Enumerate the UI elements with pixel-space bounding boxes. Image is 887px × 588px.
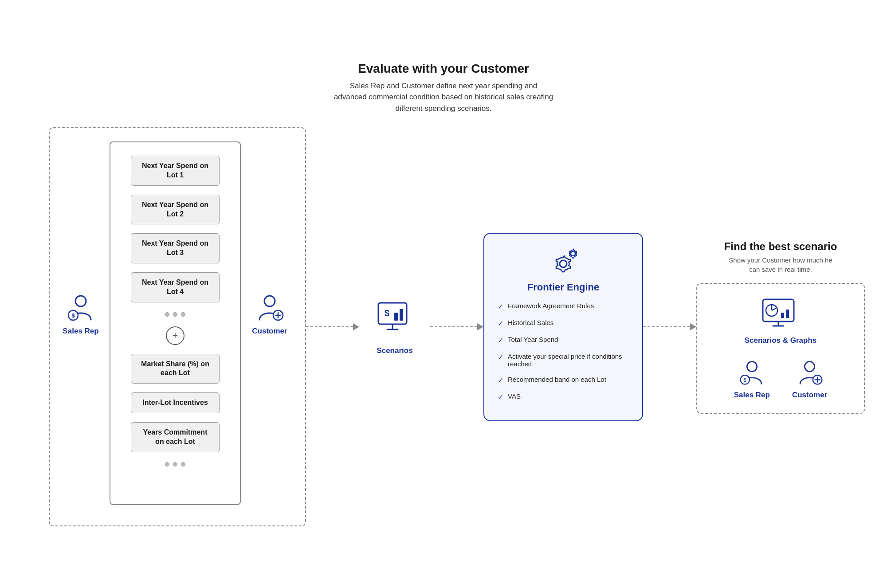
frontier-item-2-text: Historical Sales: [508, 319, 553, 326]
svg-point-3: [264, 296, 275, 306]
dashed-line-2: [430, 326, 477, 327]
arrow-head-1: [353, 323, 359, 330]
svg-rect-15: [763, 299, 794, 321]
main-layout: $ Sales Rep Next Year Spend on Lot 1 Nex…: [49, 127, 838, 526]
find-best-customer: Customer: [792, 358, 827, 400]
svg-rect-9: [394, 313, 398, 321]
lot-box-2: Next Year Spend on Lot 2: [131, 195, 220, 225]
frontier-item-6: ✓ VAS: [498, 392, 629, 401]
dots-row-top: [165, 312, 185, 317]
scenarios-graphs-label: Scenarios & Graphs: [745, 336, 817, 345]
check-icon-3: ✓: [498, 336, 503, 345]
customer-in-evaluate-icon: [254, 292, 285, 323]
frontier-item-1-text: Framework Agreement Rules: [508, 302, 594, 310]
frontier-item-2: ✓ Historical Sales: [498, 319, 629, 328]
lot-box-4: Next Year Spend on Lot 4: [131, 272, 220, 302]
svg-text:$: $: [743, 377, 746, 383]
gear-icon: [546, 247, 581, 278]
sales-rep-section: $ Sales Rep: [59, 141, 103, 336]
dashed-line-3: [643, 326, 690, 327]
dashed-arrow-3: [643, 323, 696, 330]
add-circle[interactable]: +: [166, 326, 184, 345]
dots-row-bottom: [165, 462, 185, 466]
scenarios-graphs-icon: [761, 297, 801, 333]
find-best-customer-label: Customer: [792, 391, 827, 400]
check-icon-4: ✓: [498, 353, 503, 361]
evaluate-box: $ Sales Rep Next Year Spend on Lot 1 Nex…: [49, 127, 306, 526]
years-commitment-box: Years Commitment on each Lot: [131, 422, 220, 452]
lot-box-3: Next Year Spend on Lot 3: [131, 233, 220, 263]
scenarios-label: Scenarios: [377, 346, 412, 355]
dashed-line-1: [306, 326, 353, 327]
find-best-sales-rep-icon: $: [738, 358, 766, 387]
svg-text:$: $: [71, 312, 75, 319]
check-icon-5: ✓: [498, 376, 503, 384]
find-best-customer-icon: [795, 358, 824, 387]
svg-text:$: $: [385, 308, 389, 318]
dot-2: [173, 312, 177, 317]
sales-rep-icon: $: [65, 292, 96, 323]
customer-in-evaluate-label: Customer: [252, 327, 287, 336]
frontier-list: ✓ Framework Agreement Rules ✓ Historical…: [498, 302, 629, 401]
frontier-item-3-text: Total Year Spend: [508, 336, 558, 343]
check-icon-2: ✓: [498, 319, 503, 328]
frontier-item-1: ✓ Framework Agreement Rules: [498, 302, 629, 311]
frontier-engine-box: Frontier Engine ✓ Framework Agreement Ru…: [483, 233, 643, 421]
find-best-dashed-box: Scenarios & Graphs $ Sales Rep: [696, 283, 865, 414]
svg-point-0: [75, 296, 86, 306]
arrow-3: [643, 323, 696, 330]
frontier-item-3: ✓ Total Year Spend: [498, 336, 629, 345]
svg-point-26: [805, 361, 814, 371]
dot-b3: [181, 462, 185, 466]
sales-rep-label: Sales Rep: [63, 327, 98, 336]
scenarios-graphs-section: Scenarios & Graphs: [745, 297, 817, 345]
arrow-head-2: [477, 323, 483, 330]
bottom-actors: $ Sales Rep Customer: [734, 358, 828, 400]
frontier-item-6-text: VAS: [508, 392, 521, 400]
find-best-box: Find the best scenario Show your Custome…: [696, 240, 865, 414]
market-share-box: Market Share (%) on each Lot: [131, 354, 220, 384]
customer-in-evaluate: Customer: [243, 141, 296, 336]
frontier-item-4-text: Activate your special price if condition…: [508, 353, 629, 368]
header-section: Evaluate with your Customer Sales Rep an…: [49, 62, 838, 114]
page-title: Evaluate with your Customer: [49, 62, 838, 76]
check-icon-1: ✓: [498, 302, 503, 311]
scenarios-section: $ Scenarios: [359, 298, 430, 355]
arrow-1: [306, 323, 359, 330]
svg-point-14: [571, 251, 575, 256]
dashed-arrow-1: [306, 323, 359, 330]
input-column: Next Year Spend on Lot 1 Next Year Spend…: [110, 141, 241, 505]
check-icon-6: ✓: [498, 393, 503, 401]
find-best-sales-rep: $ Sales Rep: [734, 358, 770, 400]
frontier-engine-header: Frontier Engine: [498, 247, 629, 293]
lot-box-1: Next Year Spend on Lot 1: [131, 156, 220, 186]
arrow-head-3: [690, 323, 696, 330]
svg-rect-19: [781, 313, 784, 318]
find-best-title: Find the best scenario: [724, 240, 837, 253]
dashed-arrow-2: [430, 323, 483, 330]
svg-point-23: [747, 361, 757, 371]
svg-rect-20: [786, 310, 789, 318]
inter-lot-box: Inter-Lot Incentives: [131, 392, 220, 413]
dot-b1: [165, 462, 169, 466]
dot-1: [165, 312, 169, 317]
svg-rect-10: [400, 309, 403, 321]
dot-3: [181, 312, 185, 317]
page-subtitle: Sales Rep and Customer define next year …: [333, 80, 554, 114]
find-best-subtitle: Show your Customer how much he can save …: [723, 255, 838, 274]
page-wrapper: Evaluate with your Customer Sales Rep an…: [22, 44, 865, 545]
frontier-item-5: ✓ Recommended band on each Lot: [498, 376, 629, 384]
dot-b2: [173, 462, 177, 466]
frontier-engine-title: Frontier Engine: [527, 282, 600, 293]
arrow-2: [430, 323, 483, 330]
scenarios-icon: $: [375, 298, 415, 338]
frontier-item-5-text: Recommended band on each Lot: [508, 376, 606, 383]
frontier-item-4: ✓ Activate your special price if conditi…: [498, 353, 629, 368]
find-best-sales-rep-label: Sales Rep: [734, 391, 770, 400]
svg-point-13: [560, 260, 567, 267]
